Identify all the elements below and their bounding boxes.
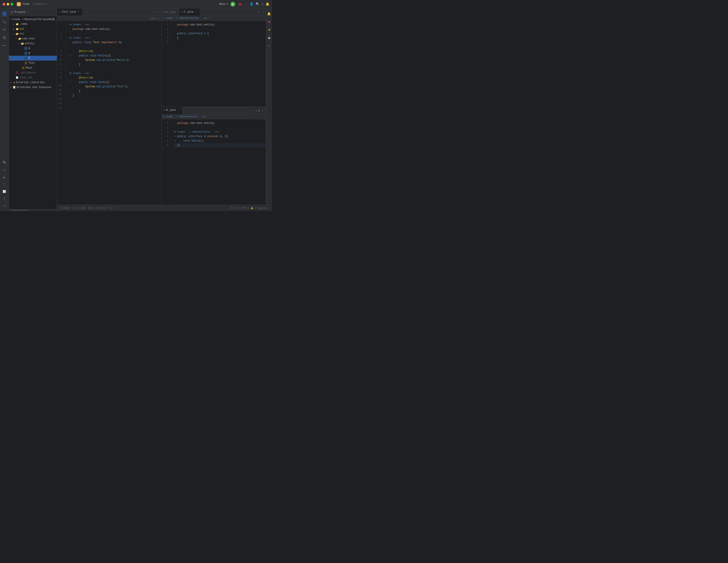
tree-item-idea[interactable]: ▶ 📁 .idea (9, 22, 57, 27)
tree-item-scratches[interactable]: ▶ 📝 Scratches and Consoles (9, 85, 57, 90)
tree-item-Test[interactable]: C Test (9, 61, 57, 65)
info-icon[interactable]: ℹ (1, 195, 8, 202)
tree-item-C[interactable]: I C (9, 56, 57, 61)
tab-more-button[interactable]: ⋮ (155, 8, 161, 16)
tree-item-label: B (29, 52, 30, 55)
status-test[interactable]: test (88, 207, 94, 209)
tree-item-src[interactable]: ▾ 📂 src (9, 31, 57, 36)
status-left: ⚡ V Code › src › com › test › entity › I… (59, 207, 113, 209)
hint-line-1: no usages · new * (69, 23, 161, 27)
root-circle-icon: ● (11, 18, 13, 21)
share-icon[interactable]: ⬆ (268, 207, 270, 209)
tree-item-com-test[interactable]: ▾ 📂 com.test (9, 36, 57, 41)
run-button[interactable]: ▶ (230, 2, 235, 7)
project-dropdown-icon[interactable]: ▾ (27, 11, 29, 13)
tree-item-entity[interactable]: ▾ 📂 entity (9, 41, 57, 46)
scrollbar-thumb[interactable] (11, 210, 28, 211)
tab-filename: C.java (184, 10, 193, 13)
commit-icon[interactable] (1, 26, 8, 33)
main-layout: ••• 🔌 ⊟ ▶ T ⬜ ℹ ⎇ (0, 8, 272, 211)
more-options-icon[interactable]: ⋮ (245, 2, 247, 6)
code-line-1: package com.test.entity; (69, 27, 161, 31)
minimize-button[interactable] (7, 3, 9, 6)
copilot-icon[interactable]: 🤖 (266, 34, 272, 41)
tab-a-java[interactable]: I A.java × (162, 107, 182, 114)
editor-right: I B.java I C.java × ✓ ⋮ (162, 8, 266, 205)
svg-rect-9 (3, 36, 6, 37)
todo-icon[interactable]: T (1, 181, 8, 188)
branch-selector[interactable]: ⎇ master ▾ (32, 2, 48, 6)
tree-item-B[interactable]: I B (9, 51, 57, 56)
tab-b-java[interactable]: I B.java (162, 8, 179, 16)
ext-libs-icon: 🗂 (13, 81, 15, 84)
right-bottom-code-editor[interactable]: 1 2 3 4 5 6 package com.test.entity; (162, 119, 266, 205)
tree-item-ext-libs[interactable]: ▶ 🗂 External Libraries (9, 80, 57, 85)
status-com[interactable]: com (80, 207, 85, 209)
tree-item-Main[interactable]: C Main (9, 65, 57, 70)
tab-c-java[interactable]: I C.java × (179, 8, 200, 16)
editor-right-bottom: I A.java × ⚠ 1 ⋮ 1 usage · 1 implementat… (162, 107, 266, 205)
left-code-editor[interactable]: 1 2 3 4 5 6 7 8 9 10 11 (57, 21, 161, 205)
status-entity[interactable]: entity (97, 207, 106, 209)
structure-icon[interactable] (1, 34, 8, 41)
project-name-title[interactable]: Code (23, 2, 29, 6)
warning-nav-up[interactable]: ∧ (155, 17, 157, 20)
breadcrumb: ⚡ V Code › src › com › test › entity › I… (59, 207, 113, 209)
search-icon[interactable]: 🔍 (256, 2, 259, 6)
status-code[interactable]: Code (64, 207, 70, 209)
settings-icon[interactable]: ⚙ (262, 2, 263, 6)
cursor-position[interactable]: 5:2 (231, 207, 235, 209)
java-file-icon: ☕ (59, 11, 61, 13)
code-line-10: @Override (69, 76, 161, 80)
debug-button[interactable]: 🐞 (238, 2, 242, 7)
database-icon[interactable]: ⬜ (1, 188, 8, 195)
git-branches-icon[interactable]: ⎇ (1, 202, 8, 209)
right-tool-panel: 🔔 🔖 ✨ 🤖 👁 (266, 8, 272, 205)
bookmarks-icon[interactable]: ⊟ (1, 167, 8, 174)
ai-assist-icon[interactable]: ✨ (266, 26, 272, 33)
account-icon[interactable]: 👤 (250, 2, 253, 6)
interface-icon: I (25, 52, 27, 55)
encoding[interactable]: UTF-8 (241, 207, 249, 209)
more-tools-icon[interactable]: ••• (1, 42, 8, 49)
svg-point-6 (4, 29, 5, 30)
tree-item-A[interactable]: I A (9, 46, 57, 51)
warning-nav-down[interactable]: ∨ (158, 17, 159, 20)
code-line-5: @Override (69, 49, 161, 54)
code-line-11: ⬆ public void test(){ (69, 80, 161, 84)
package-icon: 📂 (21, 42, 24, 45)
code-review-icon[interactable]: 👁 (266, 42, 272, 49)
tree-item-label: Code.iml (20, 76, 33, 79)
notifications-icon[interactable]: 🔔 (266, 2, 269, 6)
tab-test-java[interactable]: ☕ Test.java × (57, 8, 83, 16)
plugins-icon[interactable]: 🔌 (1, 159, 8, 166)
project-view-icon[interactable] (1, 10, 8, 17)
run-config-selector[interactable]: Main ▾ (219, 2, 228, 6)
status-A[interactable]: A (111, 207, 113, 209)
close-button[interactable] (3, 3, 5, 6)
more-options-rb[interactable]: ⋮ (261, 109, 264, 112)
tree-item-label: entity (25, 42, 34, 45)
indent-setting[interactable]: 4 spaces (255, 207, 267, 209)
more-options[interactable]: ⋮ (261, 10, 264, 14)
tree-item-codeiml[interactable]: 📄 Code.iml (9, 75, 57, 80)
code-line-rb-3: ⬆ public interface A extends B, C{ (174, 134, 266, 139)
status-src[interactable]: src (73, 207, 77, 209)
run-services-icon[interactable]: ▶ (1, 174, 8, 181)
svg-point-4 (3, 20, 4, 21)
tab-close-button[interactable]: × (195, 10, 198, 13)
notification-icon[interactable]: 🔔 (266, 10, 272, 17)
maximize-button[interactable] (11, 3, 13, 6)
tab-close-button[interactable]: × (77, 10, 80, 13)
gutter: ⬆ (69, 54, 73, 58)
tree-item-gitignore[interactable]: 🚫 .gitignore (9, 70, 57, 75)
vcs-icon[interactable] (1, 18, 8, 25)
tab-close-button[interactable]: × (177, 109, 180, 112)
bookmarks-right-icon[interactable]: 🔖 (266, 18, 272, 25)
tree-scrollbar[interactable] (9, 209, 57, 211)
tree-item-out[interactable]: ▶ 📁 out (9, 27, 57, 31)
warning-count: ⚠ 1 (150, 17, 154, 20)
line-ending[interactable]: LF (237, 207, 240, 209)
right-top-code-editor[interactable]: 1 2 3 4 5 package com.test.entity; (162, 21, 266, 107)
tree-item-code-root[interactable]: ▾ ● Code ~/Desktop/CS/JavaSE基... (9, 17, 57, 22)
